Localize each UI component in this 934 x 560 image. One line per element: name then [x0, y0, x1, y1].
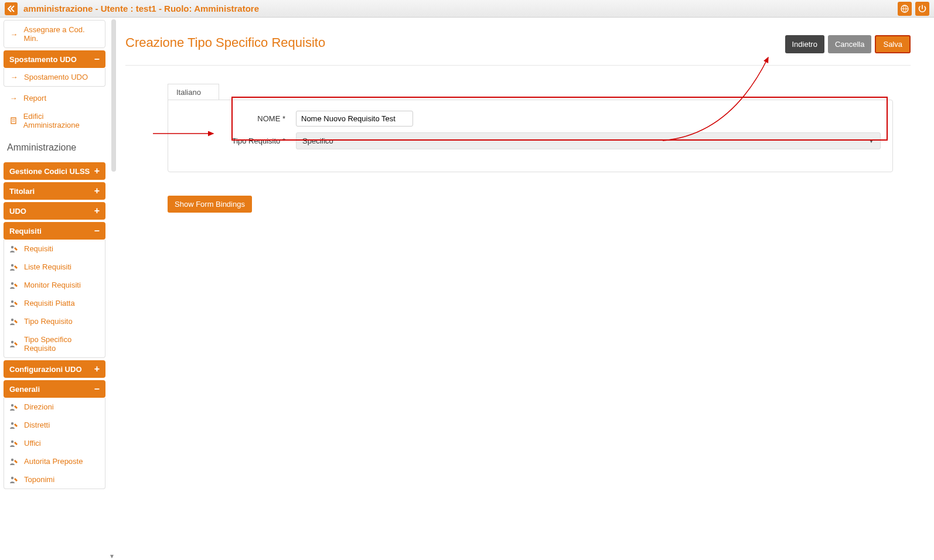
svg-point-12 [11, 404, 13, 406]
svg-rect-5 [13, 121, 15, 122]
sidebar-item-label: Report [23, 94, 46, 103]
user-edit-icon [10, 340, 18, 347]
globe-button[interactable] [898, 2, 912, 16]
tab-italiano[interactable]: Italiano [168, 84, 219, 100]
expand-icon: + [94, 206, 100, 216]
user-edit-icon [10, 458, 18, 465]
svg-point-14 [11, 440, 13, 442]
section-title: Spostamento UDO [9, 55, 77, 64]
section-udo[interactable]: UDO + [4, 202, 105, 220]
sidebar-item-distretti[interactable]: Distretti [4, 416, 105, 434]
svg-point-9 [11, 300, 13, 302]
sidebar-item-autorita-preposte[interactable]: Autorita Preposte [4, 452, 105, 470]
section-titolari[interactable]: Titolari + [4, 182, 105, 200]
section-spostamento-udo[interactable]: Spostamento UDO – [4, 50, 105, 68]
svg-rect-1 [11, 118, 16, 124]
arrow-right-icon: → [9, 94, 18, 103]
sidebar-item-report[interactable]: → Report [4, 89, 105, 107]
svg-point-13 [11, 422, 13, 424]
tab-label: Italiano [176, 88, 201, 97]
show-form-bindings-button[interactable]: Show Form Bindings [168, 196, 252, 213]
sidebar-item-label: Distretti [24, 421, 50, 429]
section-generali[interactable]: Generali – [4, 380, 105, 398]
section-configurazioni-udo[interactable]: Configurazioni UDO + [4, 360, 105, 378]
sidebar-item-label: Direzioni [24, 402, 54, 411]
tipo-requisito-label: Tipo Requisito * [180, 136, 285, 145]
sidebar-item-label: Requisiti [24, 244, 53, 253]
sidebar-item-requisiti-piatta[interactable]: Requisiti Piatta [4, 294, 105, 312]
save-button[interactable]: Salva [875, 35, 911, 53]
user-edit-icon [10, 318, 18, 325]
svg-rect-4 [12, 121, 13, 122]
topbar: amministrazione - Utente : test1 - Ruolo… [0, 0, 934, 18]
svg-rect-3 [13, 119, 15, 120]
svg-point-10 [11, 318, 13, 320]
tipo-requisito-select[interactable]: Specifico ▼ [296, 132, 881, 149]
sidebar-item-monitor-requisiti[interactable]: Monitor Requisiti [4, 276, 105, 294]
expand-icon: + [94, 364, 100, 374]
sidebar-item-label: Autorita Preposte [24, 457, 83, 466]
sidebar-collapse-button[interactable] [5, 2, 18, 15]
section-title: Requisiti [9, 227, 42, 235]
section-title: UDO [9, 207, 26, 216]
nome-input[interactable] [296, 111, 413, 127]
sidebar-item-liste-requisiti[interactable]: Liste Requisiti [4, 258, 105, 276]
sidebar-item-tipo-specifico-requisito[interactable]: Tipo Specifico Requisito [4, 330, 105, 357]
sidebar-item-label: Liste Requisiti [24, 262, 71, 271]
form-card: NOME * Tipo Requisito * Specifico ▼ [168, 100, 893, 172]
sidebar-item-direzioni[interactable]: Direzioni [4, 398, 105, 416]
svg-point-11 [11, 341, 13, 343]
arrow-right-icon: → [10, 73, 18, 81]
sidebar-item-spostamento-udo[interactable]: → Spostamento UDO [4, 68, 105, 86]
building-icon [9, 117, 18, 124]
sidebar-item-toponimi[interactable]: Toponimi [4, 470, 105, 489]
page-header-title: amministrazione - Utente : test1 - Ruolo… [23, 4, 259, 13]
sidebar-item-requisiti[interactable]: Requisiti [4, 240, 105, 258]
globe-icon [901, 5, 909, 13]
svg-point-8 [11, 282, 13, 284]
sidebar-item-label: Requisiti Piatta [24, 299, 75, 308]
user-edit-icon [10, 300, 18, 307]
section-title: Generali [9, 385, 40, 394]
power-icon [918, 5, 926, 13]
sidebar: → Assegnare a Cod. Min. Spostamento UDO … [0, 18, 109, 560]
user-edit-icon [10, 264, 18, 271]
svg-point-15 [11, 458, 13, 460]
user-edit-icon [10, 476, 18, 483]
sidebar-item-label: Monitor Requisiti [24, 281, 81, 289]
section-title: Titolari [9, 187, 35, 196]
sidebar-item-label: Uffici [24, 439, 41, 448]
svg-point-6 [11, 245, 13, 248]
sidebar-item-uffici[interactable]: Uffici [4, 434, 105, 452]
power-button[interactable] [915, 2, 929, 16]
sidebar-item-assegnare-cod-min[interactable]: → Assegnare a Cod. Min. [4, 21, 105, 47]
select-value: Specifico [302, 136, 333, 145]
arrow-right-icon: → [10, 30, 18, 39]
sidebar-item-label: Tipo Specifico Requisito [24, 335, 99, 353]
section-title: Gestione Codici ULSS [9, 167, 90, 176]
chevron-down-icon: ▼ [868, 138, 874, 144]
sidebar-item-label: Tipo Requisito [24, 317, 73, 326]
svg-rect-2 [12, 119, 13, 120]
sidebar-item-label: Toponimi [24, 475, 54, 484]
sidebar-item-edifici[interactable]: Edifici Amministrazione [4, 107, 105, 134]
user-edit-icon [10, 404, 18, 411]
section-requisiti[interactable]: Requisiti – [4, 222, 105, 240]
chevron-left-double-icon [8, 5, 15, 12]
user-edit-icon [10, 422, 18, 429]
sidebar-item-label: Spostamento UDO [24, 73, 88, 81]
user-edit-icon [10, 245, 18, 252]
page-title: Creazione Tipo Specifico Requisito [125, 35, 325, 50]
section-gestione-codici[interactable]: Gestione Codici ULSS + [4, 162, 105, 180]
collapse-icon: – [94, 226, 100, 236]
expand-icon: + [94, 186, 100, 196]
cancel-button[interactable]: Cancella [828, 35, 872, 53]
sidebar-item-label: Assegnare a Cod. Min. [24, 25, 99, 43]
user-edit-icon [10, 440, 18, 447]
back-button[interactable]: Indietro [785, 35, 824, 53]
sidebar-item-tipo-requisito[interactable]: Tipo Requisito [4, 312, 105, 330]
section-title: Configurazioni UDO [9, 365, 82, 374]
expand-icon: + [94, 166, 100, 176]
admin-section-title: Amministrazione [4, 135, 105, 160]
main-content: Creazione Tipo Specifico Requisito Indie… [109, 18, 934, 560]
